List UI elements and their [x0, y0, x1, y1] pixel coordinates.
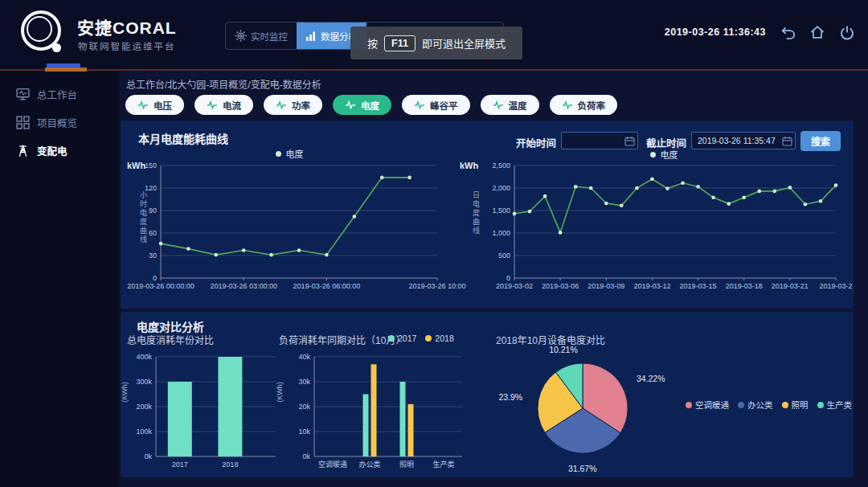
calendar-icon[interactable]: [782, 135, 792, 145]
sidebar-item-power-distribution[interactable]: 变配电: [0, 137, 119, 165]
comparison-section-title: 电度对比分析: [137, 318, 204, 334]
decor-chip-orange: [45, 68, 87, 72]
legend-dot: [276, 151, 281, 157]
svg-text:20k: 20k: [298, 403, 310, 411]
legend-dot: [686, 402, 692, 408]
svg-text:2018: 2018: [222, 460, 238, 469]
svg-text:10k: 10k: [298, 428, 310, 436]
svg-text:2019-03-18: 2019-03-18: [726, 282, 763, 290]
svg-text:34.22%: 34.22%: [637, 374, 665, 383]
f11-key-badge: F11: [384, 35, 416, 51]
tab-power[interactable]: 功率: [264, 95, 322, 115]
svg-text:照明: 照明: [399, 460, 414, 469]
brand-subtitle: 物联网智能运维平台: [78, 39, 176, 52]
fullscreen-toast: 按 F11 即可退出全屏模式: [350, 27, 522, 59]
metric-tabs: 电压 电流 功率 电度 峰谷平 温度 负荷率: [125, 95, 617, 115]
gear-icon: [235, 30, 247, 42]
svg-text:2017: 2017: [172, 460, 188, 469]
svg-text:2019-03-26 03:00:00: 2019-03-26 03:00:00: [210, 282, 277, 290]
svg-text:2019-03-21: 2019-03-21: [772, 282, 809, 290]
pulse-icon: [276, 100, 287, 109]
svg-text:120: 120: [145, 184, 157, 192]
svg-text:60: 60: [149, 229, 157, 237]
legend-dot: [738, 402, 744, 408]
header-divider: [0, 69, 868, 71]
sidebar-item-label: 项目概览: [37, 115, 77, 130]
datetime: 2019-03-26 11:36:43: [665, 27, 766, 38]
load-bar-legend[interactable]: 2017 2018: [388, 334, 454, 343]
end-time-input[interactable]: [691, 132, 796, 149]
brand-title: 安捷CORAL: [77, 14, 177, 39]
pulse-icon: [493, 100, 504, 109]
legend-item: 2018: [425, 334, 453, 343]
svg-text:300k: 300k: [136, 378, 152, 386]
legend-item: 生产类: [817, 399, 853, 411]
sidebar-item-projects[interactable]: 项目概览: [0, 108, 119, 137]
load-ylabel: (KWh): [276, 376, 284, 408]
comparison-panel: 电度对比分析 总电度消耗年份对比 (KWh) 0k100k200k300k400…: [121, 312, 854, 477]
legend-item: 2017: [388, 334, 416, 343]
daily-axis-name: 日电度曲线: [471, 191, 481, 235]
svg-text:2019-03-06: 2019-03-06: [542, 282, 579, 290]
tab-peak-valley[interactable]: 峰谷平: [402, 95, 470, 115]
legend-dot: [425, 335, 432, 342]
svg-text:90: 90: [149, 207, 157, 215]
svg-text:2019-03-26 10:00: 2019-03-26 10:00: [408, 282, 465, 290]
svg-text:生产类: 生产类: [432, 460, 454, 469]
svg-text:30: 30: [149, 252, 157, 260]
pulse-icon: [562, 100, 573, 109]
svg-text:400k: 400k: [136, 353, 152, 361]
power-icon[interactable]: [839, 24, 855, 40]
svg-text:150: 150: [145, 162, 157, 170]
tab-load-rate[interactable]: 负荷率: [550, 95, 618, 115]
tab-energy[interactable]: 电度: [333, 95, 391, 115]
load-bar-title: 负荷消耗年同期对比（10月）: [279, 333, 405, 346]
app-header: 安捷CORAL 物联网智能运维平台 实时监控 数据分析: [0, 0, 868, 69]
sidebar-item-label: 总工作台: [37, 87, 77, 102]
pulse-icon: [137, 100, 149, 109]
pie-legend[interactable]: 空调暖通 办公类 照明 生产类: [686, 399, 852, 411]
svg-text:2019-03-12: 2019-03-12: [633, 282, 670, 290]
legend-dot: [817, 402, 824, 408]
svg-text:2019-03-02: 2019-03-02: [496, 282, 533, 290]
svg-text:2019-03-26 06:00:00: 2019-03-26 06:00:00: [293, 282, 361, 290]
grid-icon: [16, 116, 30, 129]
home-icon[interactable]: [809, 24, 825, 40]
breadcrumb: 总工作台/北大勺园-项目概览/变配电-数据分析: [126, 77, 321, 91]
legend-dot: [388, 335, 395, 342]
svg-text:2019-03-09: 2019-03-09: [588, 282, 624, 290]
svg-text:0: 0: [506, 274, 510, 282]
svg-text:10.21%: 10.21%: [549, 345, 578, 354]
calendar-icon[interactable]: [624, 135, 635, 145]
load-bar-chart: 0k10k20k30k40k空调暖通办公类照明生产类: [289, 346, 473, 473]
bar-chart-icon: [305, 31, 317, 42]
svg-text:40k: 40k: [298, 353, 310, 361]
svg-text:办公类: 办公类: [358, 460, 380, 469]
main-content: 总工作台/北大勺园-项目概览/变配电-数据分析 电压 电流 功率 电度 峰谷平 …: [119, 71, 868, 487]
workbench-icon: [16, 88, 30, 101]
legend-dot: [782, 402, 788, 408]
hourly-chart-title: 本月电度能耗曲线: [138, 130, 228, 146]
sidebar-item-workbench[interactable]: 总工作台: [0, 80, 119, 108]
nav-realtime-monitor[interactable]: 实时监控: [226, 23, 297, 49]
legend-dot: [650, 152, 656, 158]
tab-current[interactable]: 电流: [194, 95, 253, 115]
svg-text:0k: 0k: [144, 452, 152, 460]
line-charts-panel: 本月电度能耗曲线 电度 kWh 小时电度曲线 03060901201502019…: [121, 121, 854, 309]
legend-item: 空调暖通: [686, 399, 729, 411]
tab-temperature[interactable]: 温度: [481, 95, 539, 115]
brand-logo-icon: [21, 10, 66, 55]
sidebar: 总工作台 项目概览 变配电: [0, 71, 119, 487]
nav-label: 实时监控: [251, 30, 288, 43]
hourly-line-chart: 03060901201502019-03-26 00:00:002019-03-…: [132, 158, 447, 296]
toast-prefix: 按: [367, 35, 378, 51]
tab-voltage[interactable]: 电压: [125, 95, 184, 115]
svg-text:2019-03-15: 2019-03-15: [680, 282, 717, 290]
svg-text:500: 500: [498, 252, 510, 260]
pulse-icon: [414, 100, 425, 109]
svg-text:1,000: 1,000: [492, 229, 510, 237]
back-icon[interactable]: [780, 24, 796, 40]
yearly-bar-chart: 0k100k200k300k400k20172018: [127, 346, 284, 473]
sidebar-item-label: 变配电: [37, 143, 68, 158]
toast-suffix: 即可退出全屏模式: [422, 35, 506, 51]
